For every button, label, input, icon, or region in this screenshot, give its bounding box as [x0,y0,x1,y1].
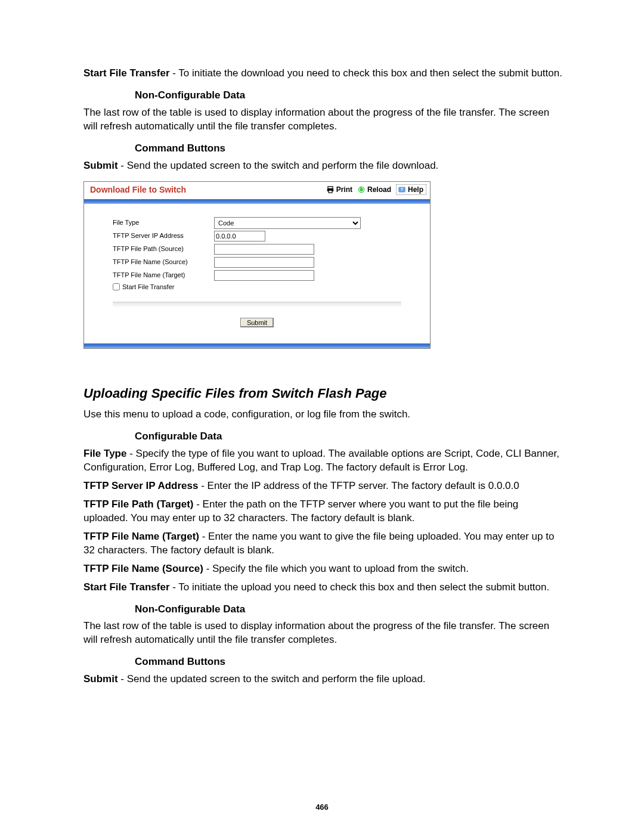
para-start-file-transfer-upload: Start File Transfer - To initiate the up… [83,581,564,594]
path-source-input[interactable] [214,244,314,255]
help-label: Help [408,185,423,194]
form-area: File Type Code TFTP Server IP Address [113,217,405,302]
screenshot-body: File Type Code TFTP Server IP Address [84,204,430,343]
print-icon [326,185,335,194]
para-file-type: File Type - Specify the type of file you… [83,447,564,475]
label-ip-desc: TFTP Server IP Address [83,480,198,491]
text-sft-upload: - To initiate the upload you need to che… [170,581,550,593]
name-target-input[interactable] [214,270,314,281]
screenshot-download-file: Download File to Switch Print Reload ? H… [83,181,431,349]
print-label: Print [336,185,352,194]
text-non-configurable-2: The last row of the table is used to dis… [83,620,564,647]
row-start-file-transfer: Start File Transfer [113,283,405,292]
heading-uploading-section: Uploading Specific Files from Switch Fla… [83,385,564,402]
submit-button[interactable]: Submit [240,318,274,327]
text-ip-desc: - Enter the IP address of the TFTP serve… [198,480,519,491]
svg-rect-0 [328,187,333,189]
help-icon: ? [398,185,406,194]
para-path-target: TFTP File Path (Target) - Enter the path… [83,498,564,525]
header-divider-bar [84,199,430,204]
label-name-source: TFTP File Name (Source) [113,258,214,267]
reload-label: Reload [367,185,391,194]
label-submit-download: Submit [83,160,118,171]
heading-command-buttons-2: Command Buttons [135,655,564,669]
submit-area: Submit [88,307,426,337]
heading-command-buttons-1: Command Buttons [135,142,564,156]
reload-icon [357,185,366,194]
svg-text:?: ? [401,187,403,191]
para-name-target: TFTP File Name (Target) - Enter the name… [83,530,564,558]
text-upload-intro: Use this menu to upload a code, configur… [83,408,564,422]
label-name-target: TFTP File Name (Target) [113,271,214,280]
label-file-type: File Type [113,218,214,227]
start-file-transfer-checkbox[interactable] [113,283,120,290]
file-type-select[interactable]: Code [214,217,361,229]
text-name-source-desc: - Specify the file which you want to upl… [203,563,469,574]
label-name-source-desc: TFTP File Name (Source) [83,563,203,574]
label-name-target-desc: TFTP File Name (Target) [83,531,199,542]
label-path-source: TFTP File Path (Source) [113,244,214,253]
heading-non-configurable-data-2: Non-Configurable Data [135,603,564,617]
text-file-type-desc: - Specify the type of file you want to u… [83,448,559,473]
page-number: 466 [0,803,644,812]
text-non-configurable-1: The last row of the table is used to dis… [83,106,564,134]
para-start-file-transfer: Start File Transfer - To initiate the do… [83,67,564,80]
help-button[interactable]: ? Help [396,184,426,195]
print-button[interactable]: Print [326,185,352,194]
reload-button[interactable]: Reload [357,185,391,194]
label-file-type-desc: File Type [83,448,126,459]
screenshot-title: Download File to Switch [90,184,186,196]
label-sft-upload: Start File Transfer [83,581,170,593]
ip-address-input[interactable] [214,231,265,241]
text-submit-upload: - Send the updated screen to the switch … [118,673,426,685]
row-name-target: TFTP File Name (Target) [113,270,405,281]
screenshot-toolbar: Print Reload ? Help [326,184,426,195]
row-ip-address: TFTP Server IP Address [113,230,405,242]
para-submit-upload: Submit - Send the updated screen to the … [83,673,564,686]
footer-divider-bar [84,343,430,348]
label-start-file-transfer: Start File Transfer [83,67,170,79]
text-start-file-transfer: - To initiate the download you need to c… [170,67,562,79]
heading-configurable-data: Configurable Data [135,430,564,444]
row-path-source: TFTP File Path (Source) [113,243,405,255]
form-divider [113,302,401,307]
heading-non-configurable-data-1: Non-Configurable Data [135,89,564,103]
para-name-source: TFTP File Name (Source) - Specify the fi… [83,562,564,576]
text-submit-download: - Send the updated screen to the switch … [118,160,439,171]
para-submit-download: Submit - Send the updated screen to the … [83,159,564,173]
row-file-type: File Type Code [113,217,405,229]
label-ip-address: TFTP Server IP Address [113,231,214,240]
screenshot-header: Download File to Switch Print Reload ? H… [84,182,430,199]
label-path-target-desc: TFTP File Path (Target) [83,498,194,510]
para-ip: TFTP Server IP Address - Enter the IP ad… [83,479,564,493]
svg-rect-2 [329,190,332,193]
name-source-input[interactable] [214,257,314,268]
label-start-file-transfer-checkbox: Start File Transfer [122,283,174,292]
row-name-source: TFTP File Name (Source) [113,256,405,268]
label-submit-upload: Submit [83,673,118,685]
